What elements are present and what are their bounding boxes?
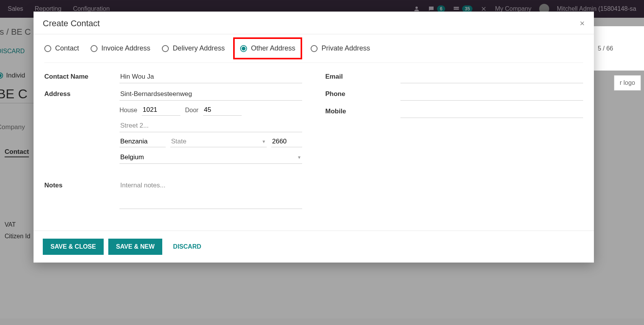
address-type-radios: Contact Invoice Address Delivery Address… bbox=[44, 43, 583, 63]
state-select[interactable]: State ▼ bbox=[170, 136, 267, 147]
logo-placeholder[interactable]: r logo bbox=[614, 75, 641, 91]
country-select[interactable]: Belgium ▼ bbox=[119, 151, 302, 164]
door-label: Door bbox=[185, 107, 198, 114]
radio-other-label: Other Address bbox=[251, 44, 295, 52]
city-input[interactable] bbox=[119, 136, 166, 147]
contact-name-input[interactable] bbox=[119, 71, 302, 83]
address-label: Address bbox=[44, 88, 119, 98]
contact-name-label: Contact Name bbox=[44, 71, 119, 81]
radio-contact-label: Contact bbox=[55, 44, 79, 52]
radio-invoice-address[interactable]: Invoice Address bbox=[91, 44, 150, 52]
phone-input[interactable] bbox=[400, 88, 583, 101]
close-icon[interactable]: × bbox=[580, 19, 585, 29]
mobile-label: Mobile bbox=[325, 105, 400, 115]
street2-input[interactable] bbox=[119, 120, 302, 132]
house-input[interactable] bbox=[142, 104, 180, 116]
country-value: Belgium bbox=[120, 153, 144, 161]
create-contact-modal: Create Contact × Contact Invoice Address… bbox=[34, 12, 594, 263]
house-label: House bbox=[119, 107, 137, 114]
zip-input[interactable] bbox=[271, 136, 302, 147]
radio-delivery-label: Delivery Address bbox=[173, 44, 225, 52]
discard-button[interactable]: DISCARD bbox=[167, 239, 207, 255]
email-input[interactable] bbox=[400, 71, 583, 83]
save-new-button[interactable]: SAVE & NEW bbox=[108, 239, 162, 255]
notes-input[interactable] bbox=[119, 179, 302, 209]
chevron-down-icon: ▼ bbox=[262, 139, 266, 144]
radio-private-address[interactable]: Private Address bbox=[311, 44, 370, 52]
chevron-down-icon: ▼ bbox=[297, 155, 301, 160]
radio-other-address[interactable]: Other Address bbox=[240, 44, 295, 52]
modal-title: Create Contact bbox=[43, 19, 100, 29]
email-label: Email bbox=[325, 71, 400, 81]
radio-invoice-label: Invoice Address bbox=[101, 44, 150, 52]
street-input[interactable] bbox=[119, 88, 302, 101]
door-input[interactable] bbox=[203, 104, 242, 116]
radio-delivery-address[interactable]: Delivery Address bbox=[162, 44, 225, 52]
radio-private-label: Private Address bbox=[321, 44, 370, 52]
notes-label: Notes bbox=[44, 179, 119, 189]
save-close-button[interactable]: SAVE & CLOSE bbox=[43, 239, 104, 255]
phone-label: Phone bbox=[325, 88, 400, 98]
mobile-input[interactable] bbox=[400, 105, 583, 118]
radio-contact[interactable]: Contact bbox=[44, 44, 79, 52]
highlight-other-address: Other Address bbox=[233, 37, 302, 59]
